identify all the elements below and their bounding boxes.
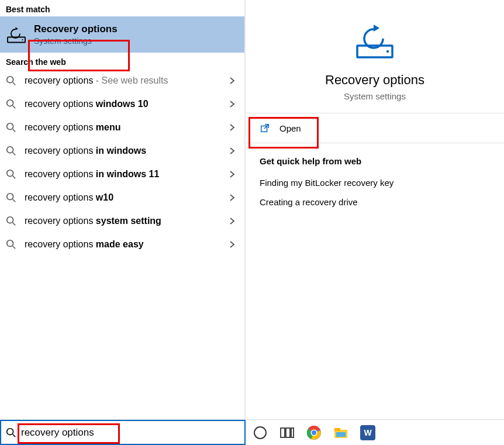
web-results-list: recovery options - See web resultsrecove… bbox=[0, 69, 244, 256]
web-result-label: recovery options menu bbox=[25, 122, 220, 133]
help-link[interactable]: Finding my BitLocker recovery key bbox=[260, 178, 490, 188]
details-hero: Recovery options System settings bbox=[246, 0, 504, 113]
svg-rect-26 bbox=[291, 428, 294, 437]
details-subtitle: System settings bbox=[344, 91, 406, 101]
chevron-right-icon bbox=[228, 194, 236, 202]
chevron-right-icon bbox=[228, 100, 236, 108]
svg-rect-32 bbox=[336, 432, 346, 437]
details-title: Recovery options bbox=[325, 73, 424, 88]
svg-point-2 bbox=[7, 77, 13, 83]
svg-line-15 bbox=[13, 223, 16, 226]
svg-point-10 bbox=[7, 170, 13, 177]
search-icon bbox=[6, 122, 16, 133]
help-header: Get quick help from web bbox=[260, 156, 490, 166]
web-result-item[interactable]: recovery options - See web results bbox=[0, 69, 244, 92]
web-result-label: recovery options in windows bbox=[25, 146, 220, 156]
svg-rect-31 bbox=[334, 428, 340, 431]
svg-line-7 bbox=[13, 129, 16, 132]
web-result-label: recovery options in windows 11 bbox=[25, 169, 220, 180]
chevron-right-icon bbox=[228, 123, 236, 132]
search-web-header: Search the web bbox=[0, 53, 244, 69]
svg-point-4 bbox=[7, 100, 13, 106]
chevron-right-icon bbox=[228, 77, 236, 85]
web-result-item[interactable]: recovery options in windows 11 bbox=[0, 163, 244, 186]
web-result-item[interactable]: recovery options in windows bbox=[0, 139, 244, 163]
svg-line-11 bbox=[13, 176, 16, 179]
open-label: Open bbox=[279, 123, 301, 133]
chevron-right-icon bbox=[228, 170, 236, 178]
open-external-icon bbox=[260, 123, 270, 133]
help-link[interactable]: Creating a recovery drive bbox=[260, 197, 490, 207]
web-result-item[interactable]: recovery options menu bbox=[0, 116, 244, 139]
best-match-header: Best match bbox=[0, 0, 244, 16]
recovery-icon bbox=[6, 24, 27, 45]
svg-point-1 bbox=[22, 39, 23, 40]
web-result-label: recovery options made easy bbox=[25, 239, 220, 250]
web-result-item[interactable]: recovery options w10 bbox=[0, 186, 244, 209]
web-result-label: recovery options windows 10 bbox=[25, 99, 220, 109]
search-input[interactable] bbox=[21, 427, 240, 439]
web-result-label: recovery options - See web results bbox=[25, 75, 220, 86]
search-icon bbox=[6, 239, 16, 250]
svg-line-17 bbox=[13, 246, 16, 249]
task-view-icon[interactable] bbox=[279, 425, 295, 440]
svg-line-13 bbox=[13, 199, 16, 202]
cortana-icon[interactable] bbox=[253, 425, 268, 440]
svg-point-12 bbox=[7, 194, 13, 200]
svg-rect-24 bbox=[281, 428, 285, 437]
svg-point-23 bbox=[254, 427, 266, 439]
search-icon bbox=[6, 146, 16, 156]
svg-rect-25 bbox=[286, 428, 290, 437]
web-result-item[interactable]: recovery options made easy bbox=[0, 233, 244, 256]
svg-line-3 bbox=[13, 82, 16, 85]
svg-point-14 bbox=[7, 217, 13, 223]
best-match-item[interactable]: Recovery options System settings bbox=[0, 16, 244, 53]
chrome-icon[interactable] bbox=[306, 425, 322, 440]
open-button[interactable]: Open bbox=[246, 113, 504, 143]
svg-point-6 bbox=[7, 123, 13, 130]
chevron-right-icon bbox=[228, 240, 236, 249]
svg-point-16 bbox=[7, 240, 13, 247]
search-icon bbox=[6, 216, 16, 226]
svg-line-9 bbox=[13, 153, 16, 156]
chevron-right-icon bbox=[228, 217, 236, 225]
svg-point-19 bbox=[386, 50, 389, 53]
search-icon bbox=[6, 192, 16, 203]
search-icon bbox=[6, 99, 16, 109]
search-icon bbox=[6, 75, 16, 86]
web-result-item[interactable]: recovery options system setting bbox=[0, 209, 244, 233]
web-result-label: recovery options system setting bbox=[25, 216, 220, 226]
search-icon bbox=[6, 169, 16, 180]
svg-point-21 bbox=[7, 428, 13, 434]
svg-point-29 bbox=[312, 430, 316, 435]
svg-line-22 bbox=[13, 434, 16, 437]
chevron-right-icon bbox=[228, 147, 236, 155]
web-result-label: recovery options w10 bbox=[25, 192, 220, 203]
taskbar: W bbox=[246, 420, 504, 445]
svg-line-5 bbox=[13, 106, 16, 109]
svg-point-8 bbox=[7, 147, 13, 153]
search-icon bbox=[6, 427, 16, 438]
web-result-item[interactable]: recovery options windows 10 bbox=[0, 92, 244, 116]
search-box[interactable] bbox=[0, 420, 246, 445]
word-icon[interactable]: W bbox=[360, 425, 375, 440]
best-match-subtitle: System settings bbox=[34, 36, 118, 46]
recovery-icon-large bbox=[354, 19, 396, 61]
file-explorer-icon[interactable] bbox=[333, 425, 348, 440]
best-match-title: Recovery options bbox=[34, 23, 118, 35]
